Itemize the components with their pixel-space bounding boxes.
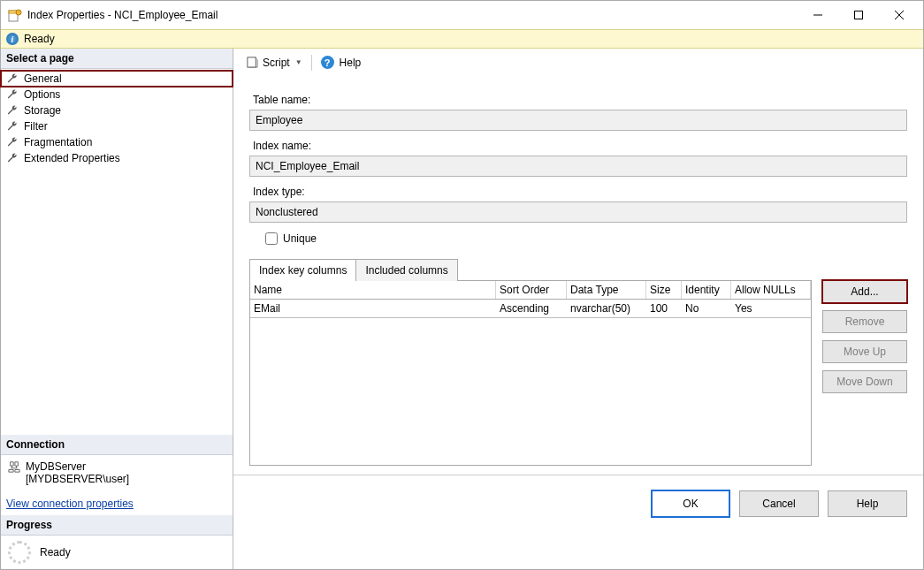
- page-extended-properties[interactable]: Extended Properties: [1, 150, 233, 166]
- progress-spinner: [8, 541, 31, 564]
- minimize-button[interactable]: [798, 2, 838, 28]
- table-name-label: Table name:: [253, 94, 907, 106]
- nav-label: General: [24, 72, 62, 85]
- index-type-label: Index type:: [253, 186, 907, 198]
- table-row[interactable]: EMail Ascending nvarchar(50) 100 No Yes: [250, 300, 811, 318]
- info-icon: i: [6, 33, 19, 45]
- progress-text: Ready: [40, 546, 71, 559]
- col-ident-header[interactable]: Identity: [682, 281, 731, 299]
- status-band: i Ready: [1, 29, 923, 49]
- progress-header: Progress: [1, 515, 233, 536]
- tab-index-key-columns[interactable]: Index key columns: [249, 259, 356, 281]
- page-storage[interactable]: Storage: [1, 103, 233, 118]
- index-name-label: Index name:: [253, 140, 907, 152]
- connection-info: MyDBServer [MYDBSERVER\user]: [1, 455, 233, 492]
- window-title: Index Properties - NCI_Employee_Email: [27, 9, 798, 21]
- move-up-button[interactable]: Move Up: [822, 340, 907, 363]
- dialog-footer: OK Cancel Help: [233, 475, 923, 531]
- close-button[interactable]: [879, 2, 920, 28]
- columns-grid[interactable]: Name Sort Order Data Type Size Identity …: [249, 280, 812, 466]
- nav-label: Options: [24, 88, 60, 101]
- toolbar: Script ▼ ? Help: [233, 49, 923, 76]
- col-size-header[interactable]: Size: [646, 281, 682, 299]
- page-filter[interactable]: Filter: [1, 118, 233, 134]
- wrench-icon: [6, 72, 19, 85]
- page-nav: General Options Storage Filter Fragmenta…: [1, 69, 233, 168]
- help-label: Help: [340, 57, 362, 69]
- cancel-button[interactable]: Cancel: [739, 490, 819, 517]
- wrench-icon: [6, 152, 19, 164]
- col-type-header[interactable]: Data Type: [567, 281, 646, 299]
- wrench-icon: [6, 136, 19, 148]
- script-button[interactable]: Script ▼: [242, 54, 306, 71]
- col-sort-header[interactable]: Sort Order: [496, 281, 567, 299]
- cell-null: Yes: [731, 300, 811, 317]
- script-label: Script: [263, 57, 290, 69]
- svg-rect-4: [855, 11, 863, 19]
- grid-header: Name Sort Order Data Type Size Identity …: [250, 281, 811, 300]
- separator: [311, 55, 312, 71]
- nav-label: Fragmentation: [24, 136, 92, 148]
- help-button-footer[interactable]: Help: [828, 490, 907, 517]
- titlebar: Index Properties - NCI_Employee_Email: [1, 1, 923, 29]
- col-null-header[interactable]: Allow NULLs: [731, 281, 811, 299]
- cell-sort: Ascending: [496, 300, 567, 317]
- chevron-down-icon: ▼: [295, 58, 302, 66]
- wrench-icon: [6, 120, 19, 133]
- select-page-header: Select a page: [1, 49, 233, 69]
- unique-checkbox-input[interactable]: [265, 232, 278, 245]
- dialog-window: Index Properties - NCI_Employee_Email i …: [0, 0, 924, 570]
- cell-ident: No: [682, 300, 731, 317]
- index-type-field: Nonclustered: [249, 201, 907, 223]
- maximize-button[interactable]: [838, 2, 879, 28]
- cell-name: EMail: [250, 300, 496, 317]
- sidebar: Select a page General Options Storage Fi…: [1, 49, 233, 569]
- unique-label: Unique: [283, 232, 317, 245]
- help-button[interactable]: ? Help: [317, 54, 365, 71]
- table-name-field: Employee: [249, 110, 907, 131]
- script-icon: [246, 56, 259, 69]
- svg-point-2: [16, 10, 21, 15]
- col-name-header[interactable]: Name: [250, 281, 496, 299]
- help-icon: ?: [321, 56, 334, 69]
- tab-included-columns[interactable]: Included columns: [355, 259, 457, 281]
- connection-string: [MYDBSERVER\user]: [26, 473, 129, 485]
- unique-checkbox[interactable]: Unique: [262, 230, 907, 247]
- move-down-button[interactable]: Move Down: [822, 370, 907, 393]
- general-form: Table name: Employee Index name: NCI_Emp…: [233, 76, 923, 475]
- status-text: Ready: [24, 33, 55, 45]
- server-name: MyDBServer: [26, 460, 129, 473]
- nav-label: Storage: [24, 104, 61, 117]
- svg-rect-7: [248, 57, 256, 67]
- view-connection-link[interactable]: View connection properties: [1, 492, 233, 515]
- nav-label: Extended Properties: [24, 152, 120, 164]
- wrench-icon: [6, 104, 19, 117]
- cell-size: 100: [646, 300, 682, 317]
- page-fragmentation[interactable]: Fragmentation: [1, 134, 233, 150]
- main-panel: Script ▼ ? Help Table name: Employee Ind…: [233, 49, 923, 569]
- nav-label: Filter: [24, 120, 48, 133]
- index-icon: [8, 8, 22, 22]
- remove-button[interactable]: Remove: [822, 310, 907, 333]
- index-name-field: NCI_Employee_Email: [249, 156, 907, 177]
- cell-type: nvarchar(50): [567, 300, 646, 317]
- ok-button[interactable]: OK: [651, 490, 730, 518]
- add-button[interactable]: Add...: [822, 280, 907, 303]
- page-general[interactable]: General: [1, 71, 233, 87]
- server-icon: [8, 460, 20, 473]
- connection-header: Connection: [1, 435, 233, 455]
- wrench-icon: [6, 88, 19, 101]
- page-options[interactable]: Options: [1, 87, 233, 103]
